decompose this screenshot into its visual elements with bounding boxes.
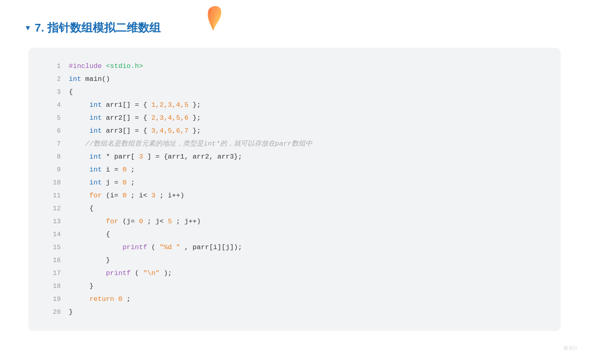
code-line-11: 11 for (i= 0 ; i< 3 ; i++) <box>44 189 545 202</box>
code-line-6: 6 int arr3[] = { 3,4,5,6,7 }; <box>44 125 545 138</box>
section-title: 7. 指针数组模拟二维数组 <box>35 20 161 36</box>
line-num-15: 15 <box>44 241 61 254</box>
feather-decoration <box>202 4 225 32</box>
keyword-include: #include <box>69 62 102 70</box>
line-num-6: 6 <box>44 125 61 138</box>
line-num-2: 2 <box>44 73 61 86</box>
watermark: 教程II <box>564 345 577 352</box>
code-line-14: 14 { <box>44 228 545 241</box>
line-num-7: 7 <box>44 138 61 150</box>
line-num-17: 17 <box>44 267 61 280</box>
code-line-13: 13 for (j= 0 ; j< 5 ; j++) <box>44 215 545 228</box>
line-num-4: 4 <box>44 99 61 112</box>
code-line-16: 16 } <box>44 254 545 267</box>
section-header: ▼ 7. 指针数组模拟二维数组 <box>24 20 565 36</box>
code-container: 1 #include <stdio.h> 2 int main() 3 <box>28 48 561 331</box>
line-num-12: 12 <box>44 202 61 215</box>
code-line-7: 7 //数组名是数组首元素的地址，类型是int*的，就可以存放在parr数组中 <box>44 138 545 150</box>
line-num-8: 8 <box>44 150 61 163</box>
code-block: 1 #include <stdio.h> 2 int main() 3 <box>44 60 545 319</box>
code-line-2: 2 int main() <box>44 73 545 86</box>
line-num-10: 10 <box>44 176 61 189</box>
line-num-14: 14 <box>44 228 61 241</box>
code-line-5: 5 int arr2[] = { 2,3,4,5,6 }; <box>44 112 545 125</box>
collapse-triangle[interactable]: ▼ <box>24 24 32 32</box>
code-line-4: 4 int arr1[] = { 1,2,3,4,5 }; <box>44 99 545 112</box>
code-line-15: 15 printf ( "%d " , parr[i][j]); <box>44 241 545 254</box>
line-num-18: 18 <box>44 280 61 293</box>
code-line-3: 3 { <box>44 86 545 99</box>
code-line-8: 8 int * parr[ 3 ] = {arr1, arr2, arr3}; <box>44 150 545 163</box>
code-line-18: 18 } <box>44 280 545 293</box>
code-line-9: 9 int i = 0 ; <box>44 163 545 176</box>
code-line-10: 10 int j = 0 ; <box>44 176 545 189</box>
line-num-19: 19 <box>44 293 61 306</box>
code-line-17: 17 printf ( "\n" ); <box>44 267 545 280</box>
line-num-16: 16 <box>44 254 61 267</box>
line-num-20: 20 <box>44 306 61 319</box>
line-num-1: 1 <box>44 60 61 73</box>
line-num-13: 13 <box>44 215 61 228</box>
line-num-5: 5 <box>44 112 61 125</box>
code-line-20: 20 } <box>44 306 545 319</box>
line-num-3: 3 <box>44 86 61 99</box>
line-num-11: 11 <box>44 189 61 202</box>
line-num-9: 9 <box>44 163 61 176</box>
header-file: <stdio.h> <box>106 62 143 70</box>
code-line-1: 1 #include <stdio.h> <box>44 60 545 73</box>
code-line-19: 19 return 0 ; <box>44 293 545 306</box>
code-line-12: 12 { <box>44 202 545 215</box>
